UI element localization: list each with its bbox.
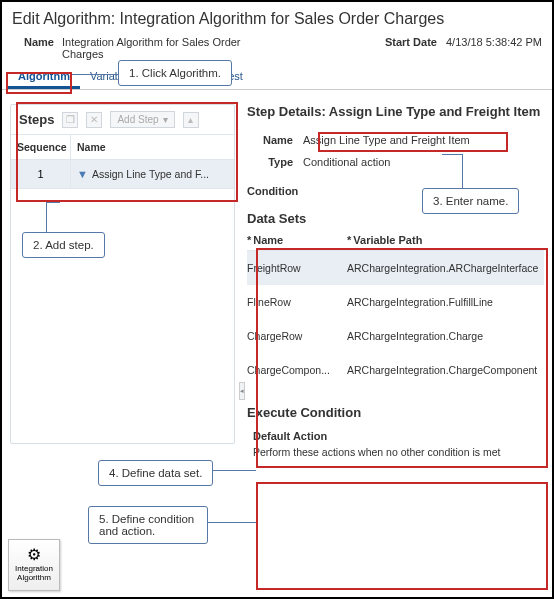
detail-name-value[interactable]: Assign Line Type and Freight Item: [303, 134, 470, 146]
callout-2: 2. Add step.: [22, 232, 105, 258]
start-date-label: Start Date: [385, 36, 437, 48]
highlight-exec: [256, 482, 548, 590]
callout-4: 4. Define data set.: [98, 460, 213, 486]
steps-title: Steps: [19, 112, 54, 127]
ds-row[interactable]: ChargeCompon... ARChargeIntegration.Char…: [247, 353, 544, 387]
gears-icon: ⚙: [27, 547, 41, 563]
ds-row[interactable]: ChargeRow ARChargeIntegration.Charge: [247, 319, 544, 353]
splitter-handle[interactable]: ◂: [239, 382, 245, 400]
ds-col-path: *Variable Path: [347, 234, 544, 246]
steps-panel: Steps ❐ ✕ Add Step▾ ▴ Sequence Name 1 ▼ …: [10, 104, 235, 444]
start-date-value: 4/13/18 5:38:42 PM: [446, 36, 542, 48]
copy-icon[interactable]: ❐: [62, 112, 78, 128]
add-step-button[interactable]: Add Step▾: [110, 111, 174, 128]
move-up-icon[interactable]: ▴: [183, 112, 199, 128]
delete-icon[interactable]: ✕: [86, 112, 102, 128]
name-value: Integration Algorithm for Sales Order Ch…: [62, 36, 242, 60]
col-name: Name: [71, 135, 234, 159]
detail-type-label: Type: [247, 156, 303, 168]
step-row[interactable]: 1 ▼ Assign Line Type and F...: [11, 160, 234, 189]
step-sequence: 1: [11, 160, 71, 188]
ds-col-name: *Name: [247, 234, 347, 246]
chevron-down-icon: ▾: [163, 114, 168, 125]
step-details-title: Step Details: Assign Line Type and Freig…: [247, 104, 544, 119]
default-action-title: Default Action: [247, 430, 544, 442]
tab-bar: Algorithm Variables Functions Test: [2, 64, 552, 90]
page-title: Edit Algorithm: Integration Algorithm fo…: [12, 10, 542, 28]
execute-condition-title: Execute Condition: [247, 405, 544, 420]
integration-algorithm-button[interactable]: ⚙ Integration Algorithm: [8, 539, 60, 591]
default-action-desc: Perform these actions when no other cond…: [247, 446, 544, 458]
detail-type-value: Conditional action: [303, 156, 390, 168]
ds-row[interactable]: FlineRow ARChargeIntegration.FulfillLine: [247, 285, 544, 319]
ds-row[interactable]: FreightRow ARChargeIntegration.ARChargeI…: [247, 251, 544, 285]
name-label: Name: [12, 36, 62, 48]
col-sequence: Sequence: [11, 135, 71, 159]
callout-3: 3. Enter name.: [422, 188, 519, 214]
callout-1: 1. Click Algorithm.: [118, 60, 232, 86]
callout-5: 5. Define condition and action.: [88, 506, 208, 544]
tab-algorithm[interactable]: Algorithm: [8, 64, 80, 89]
detail-name-label: Name: [247, 134, 303, 146]
step-name: Assign Line Type and F...: [92, 168, 209, 180]
integration-label: Integration Algorithm: [9, 565, 59, 583]
funnel-icon: ▼: [77, 168, 88, 180]
